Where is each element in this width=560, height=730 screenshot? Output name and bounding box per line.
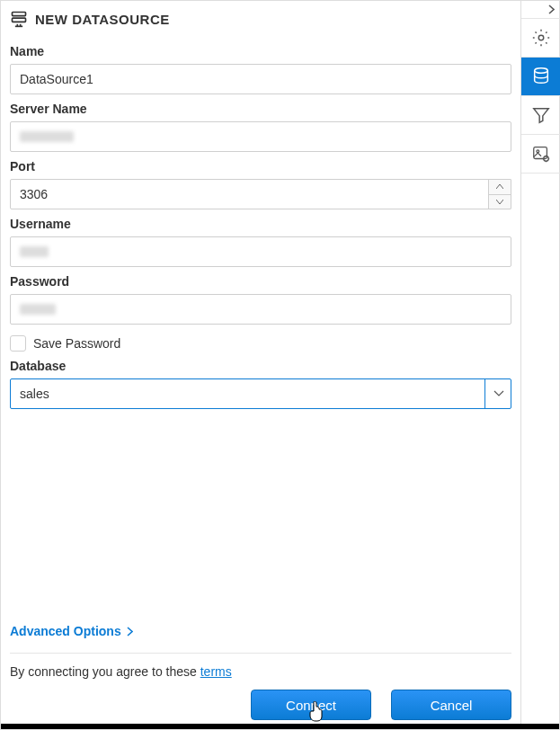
password-input[interactable]: x	[10, 294, 511, 325]
svg-rect-1	[13, 18, 26, 22]
gear-icon	[531, 28, 551, 48]
panel-header: NEW DATASOURCE	[10, 10, 511, 28]
panel-title: NEW DATASOURCE	[35, 12, 170, 27]
port-step-up[interactable]	[489, 179, 511, 194]
advanced-options-label: Advanced Options	[10, 624, 121, 638]
connect-button[interactable]: Connect	[251, 690, 371, 720]
save-password-checkbox[interactable]	[10, 335, 26, 352]
chevron-right-icon	[548, 4, 555, 14]
svg-point-5	[538, 35, 544, 40]
image-gear-icon	[531, 144, 551, 164]
database-icon	[531, 67, 551, 86]
username-label: Username	[10, 217, 511, 231]
database-label: Database	[10, 359, 511, 373]
terms-link[interactable]: terms	[200, 664, 232, 679]
username-input[interactable]: x	[10, 236, 511, 267]
chevron-right-icon	[127, 627, 133, 637]
port-label: Port	[10, 159, 511, 174]
sidebar-filter[interactable]	[521, 96, 560, 135]
sidebar-settings[interactable]	[521, 19, 560, 58]
server-name-label: Server Name	[10, 102, 511, 116]
terms-text: By connecting you agree to these	[10, 664, 200, 679]
redacted-text: x	[20, 304, 56, 315]
port-input[interactable]	[10, 179, 511, 209]
svg-rect-0	[13, 13, 26, 16]
bottom-bar	[1, 724, 559, 729]
sidebar-image-settings[interactable]	[521, 135, 560, 174]
advanced-options-toggle[interactable]: Advanced Options	[10, 624, 511, 638]
server-name-input[interactable]: x	[10, 121, 511, 152]
sidebar-datasources[interactable]	[521, 58, 560, 96]
funnel-icon	[531, 105, 551, 125]
port-step-down[interactable]	[489, 194, 511, 210]
terms-row: By connecting you agree to these terms	[10, 653, 511, 679]
redacted-text: x	[20, 246, 49, 257]
name-label: Name	[10, 44, 511, 58]
right-sidebar	[520, 1, 559, 729]
save-password-label: Save Password	[33, 336, 120, 351]
collapse-panel-button[interactable]	[521, 1, 560, 19]
password-label: Password	[10, 274, 511, 289]
svg-point-6	[534, 68, 547, 74]
name-input[interactable]	[10, 64, 511, 94]
datasource-icon	[10, 10, 28, 28]
cancel-button[interactable]: Cancel	[391, 690, 511, 720]
redacted-text: x	[20, 131, 74, 142]
database-select[interactable]	[10, 378, 511, 409]
